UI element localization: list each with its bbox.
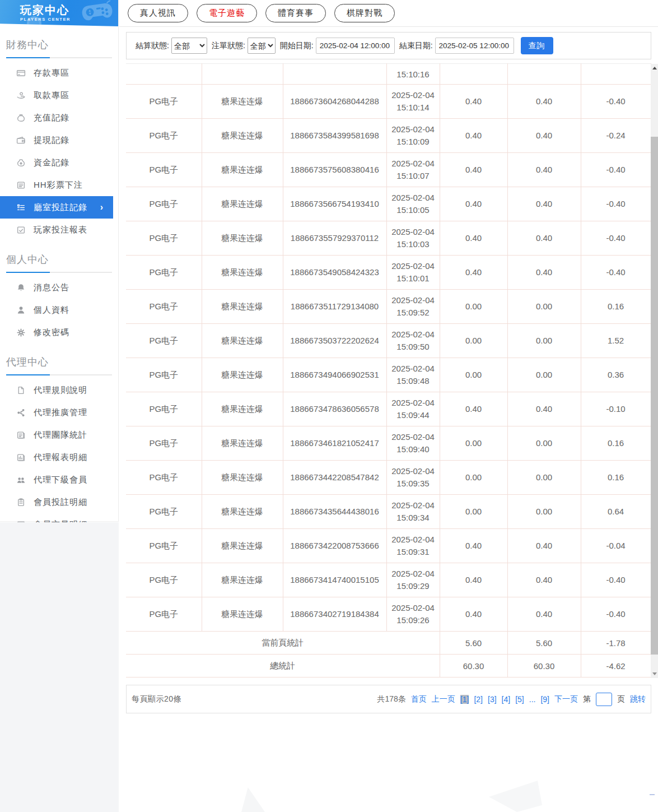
valid-bet-cell: 0.40 xyxy=(507,221,581,256)
scroll-up-arrow-icon[interactable] xyxy=(651,64,658,72)
table-row[interactable]: PG电子 糖果连连爆 1886673414740015105 2025-02-0… xyxy=(126,563,651,597)
game-cell: 糖果连连爆 xyxy=(202,392,283,426)
bet-amount-cell: 0.40 xyxy=(440,119,507,153)
category-tab[interactable]: 電子遊藝 xyxy=(197,4,257,22)
platform-cell: PG电子 xyxy=(126,119,202,153)
vertical-scrollbar[interactable] xyxy=(651,64,658,678)
scrollbar-thumb[interactable] xyxy=(651,137,658,655)
player-report-icon xyxy=(16,225,26,235)
sidebar-item-label: 代理推廣管理 xyxy=(34,407,87,418)
category-tab[interactable]: 真人視訊 xyxy=(128,4,188,22)
table-row[interactable]: PG电子 糖果连连爆 1886673494066902531 2025-02-0… xyxy=(126,358,651,392)
settle-status-select[interactable]: 全部 xyxy=(171,38,207,54)
table-row[interactable]: PG电子 糖果连连爆 1886673604268044288 2025-02-0… xyxy=(126,85,651,119)
table-row[interactable]: PG电子 糖果连连爆 1886673584399581698 2025-02-0… xyxy=(126,119,651,153)
sidebar-item-label: HH彩票下注 xyxy=(34,180,83,191)
bet-amount-cell: 0.00 xyxy=(440,495,507,529)
page-summary-row: 當前頁統計 5.60 5.60 -1.78 xyxy=(126,632,651,655)
end-date-input[interactable] xyxy=(435,38,514,54)
profit-cell: -0.40 xyxy=(581,597,651,632)
bell-icon xyxy=(16,283,26,293)
per-page-label: 每頁顯示20條 xyxy=(132,694,181,704)
sidebar-item-funds-record[interactable]: 資金記錄 xyxy=(0,151,118,174)
sidebar-item-player-report[interactable]: 玩家投注報表 xyxy=(0,219,118,241)
page-number-link[interactable]: [5] xyxy=(515,695,524,704)
jump-button[interactable]: 跳转 xyxy=(630,694,646,704)
sidebar-item-recharge-record[interactable]: 充值記錄 xyxy=(0,106,118,129)
game-cell: 糖果连连爆 xyxy=(202,426,283,461)
order-no-cell: 1886673494066902531 xyxy=(283,358,386,392)
valid-bet-cell: 0.40 xyxy=(507,187,581,221)
sidebar-item-withdraw[interactable]: 取款專區 xyxy=(0,84,118,106)
pagination-bar: 每頁顯示20條 共178条 首页 上一页 [1] [2] [3] [4] [5]… xyxy=(126,685,651,713)
sidebar-item-hall-bet-record[interactable]: 廳室投註記錄 › xyxy=(0,196,113,219)
sidebar-item-label: 提現記錄 xyxy=(34,135,69,146)
page-summary-label: 當前頁統計 xyxy=(126,632,440,655)
order-status-select[interactable]: 全部 xyxy=(248,38,276,54)
sidebar-item-agent-rules[interactable]: 代理規則說明 xyxy=(0,379,118,401)
game-cell: 糖果连连爆 xyxy=(202,461,283,495)
table-row[interactable]: PG电子 糖果连连爆 1886673503722202624 2025-02-0… xyxy=(126,324,651,358)
table-row[interactable]: PG电子 糖果连连爆 1886673461821052417 2025-02-0… xyxy=(126,426,651,461)
bet-amount-cell: 0.40 xyxy=(440,187,507,221)
table-row[interactable]: PG电子 糖果连连爆 1886673442208547842 2025-02-0… xyxy=(126,461,651,495)
sidebar-item-deposit[interactable]: 存款專區 xyxy=(0,62,118,84)
table-row[interactable]: PG电子 糖果连连爆 1886673435644438016 2025-02-0… xyxy=(126,495,651,529)
sidebar-item-profile[interactable]: 個人資料 xyxy=(0,299,118,321)
sidebar-item-announcements[interactable]: 消息公告 xyxy=(0,276,118,299)
page-number-link[interactable]: [3] xyxy=(488,695,497,704)
table-row[interactable]: PG电子 糖果连连爆 1886673549058424323 2025-02-0… xyxy=(126,256,651,290)
sidebar-item-label: 修改密碼 xyxy=(34,327,69,338)
table-row[interactable]: PG电子 糖果连连爆 1886673422008753666 2025-02-0… xyxy=(126,529,651,563)
start-date-input[interactable] xyxy=(316,38,395,54)
page-number-link[interactable]: [1] xyxy=(460,695,469,704)
datetime-cell: 2025-02-04 15:09:29 xyxy=(386,563,440,597)
valid-bet-cell: 0.40 xyxy=(507,597,581,632)
page-number-link[interactable]: [9] xyxy=(540,695,549,704)
profit-cell: -0.10 xyxy=(581,392,651,426)
table-row[interactable]: PG电子 糖果连连爆 1886673478636056578 2025-02-0… xyxy=(126,392,651,426)
sidebar-item-agent-sub-members[interactable]: 代理下級會員 xyxy=(0,468,118,491)
sidebar-item-label: 充值記錄 xyxy=(34,113,69,123)
page-number-link[interactable]: [4] xyxy=(502,695,511,704)
sidebar-item-agent-team-stats[interactable]: 代理團隊統計 xyxy=(0,424,118,446)
sidebar-item-label: 存款專區 xyxy=(34,68,69,78)
dash-decoration xyxy=(650,794,655,795)
category-tab[interactable]: 棋牌對戰 xyxy=(334,4,395,22)
prev-page-link[interactable]: 上一页 xyxy=(432,694,455,704)
profit-cell: -0.40 xyxy=(581,256,651,290)
table-row[interactable]: PG电子 糖果连连爆 1886673511729134080 2025-02-0… xyxy=(126,290,651,324)
sidebar-item-agent-report-detail[interactable]: 代理報表明細 xyxy=(0,446,118,468)
table-row-partial: 15:10:16 xyxy=(126,64,651,85)
sidebar-item-lottery-bet[interactable]: HH彩票下注 xyxy=(0,174,118,196)
gear-icon xyxy=(16,328,26,337)
order-status-label: 注單狀態: xyxy=(212,41,245,51)
table-row[interactable]: PG电子 糖果连连爆 1886673402719184384 2025-02-0… xyxy=(126,597,651,632)
sidebar-item-agent-promotion[interactable]: 代理推廣管理 xyxy=(0,401,118,424)
page-number-link[interactable]: ... xyxy=(529,695,536,704)
platform-cell: PG电子 xyxy=(126,529,202,563)
sidebar-item-change-password[interactable]: 修改密碼 xyxy=(0,321,118,344)
table-row[interactable]: PG电子 糖果连连爆 1886673575608380416 2025-02-0… xyxy=(126,153,651,187)
valid-bet-cell: 0.00 xyxy=(507,290,581,324)
search-button[interactable]: 查詢 xyxy=(521,37,553,54)
table-row[interactable]: PG电子 糖果连连爆 1886673557929370112 2025-02-0… xyxy=(126,221,651,256)
jump-page-input[interactable] xyxy=(596,693,612,706)
game-cell: 糖果连连爆 xyxy=(202,358,283,392)
profit-cell: 1.52 xyxy=(581,324,651,358)
bet-records-table: 15:10:16 PG电子 糖果连连爆 1886673604268044288 … xyxy=(126,63,651,678)
table-row[interactable]: PG电子 糖果连连爆 1886673566754193410 2025-02-0… xyxy=(126,187,651,221)
valid-bet-cell: 0.00 xyxy=(507,426,581,461)
sidebar-item-member-bet-detail[interactable]: 會員投註明細 xyxy=(0,491,118,513)
bet-amount-cell: 0.40 xyxy=(440,529,507,563)
first-page-link[interactable]: 首页 xyxy=(411,694,427,704)
scroll-down-arrow-icon[interactable] xyxy=(651,670,658,678)
platform-cell: PG电子 xyxy=(126,85,202,119)
next-page-link[interactable]: 下一页 xyxy=(554,694,578,704)
datetime-cell: 2025-02-04 15:10:05 xyxy=(386,187,440,221)
category-tab[interactable]: 體育賽事 xyxy=(265,4,326,22)
sidebar-item-label: 代理報表明細 xyxy=(34,452,87,463)
sidebar-item-withdraw-record[interactable]: 提現記錄 xyxy=(0,129,118,151)
datetime-cell: 2025-02-04 15:10:09 xyxy=(386,119,440,153)
page-number-link[interactable]: [2] xyxy=(474,695,483,704)
